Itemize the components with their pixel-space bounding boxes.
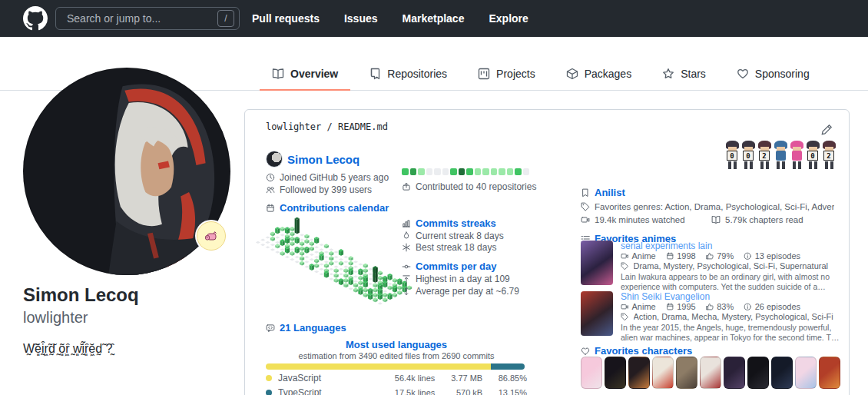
- heart-icon: [737, 68, 749, 80]
- video-camera-icon: [581, 215, 590, 224]
- character-avatar: [581, 357, 602, 389]
- profile-name: Simon Lecoq: [23, 284, 139, 306]
- tab-projects[interactable]: Projects: [465, 58, 548, 91]
- tab-packages[interactable]: Packages: [554, 58, 644, 91]
- project-icon: [478, 68, 490, 80]
- search-box[interactable]: /: [55, 7, 240, 30]
- video-icon-item: Anime: [621, 251, 656, 261]
- sprite-number-sign: 2: [823, 151, 834, 161]
- search-input[interactable]: [65, 12, 217, 25]
- tab-stars[interactable]: Stars: [650, 58, 718, 91]
- favorites-characters-link[interactable]: Favorites characters: [595, 345, 692, 357]
- status-emoji-badge[interactable]: [197, 221, 226, 251]
- github-logo-icon[interactable]: [23, 6, 48, 31]
- sprite-legs: [825, 161, 833, 169]
- sprite-body: [776, 151, 786, 161]
- edit-readme-pencil-icon[interactable]: [821, 124, 833, 138]
- contribution-square: [482, 168, 489, 175]
- anime-score: 79%: [717, 251, 734, 261]
- breadcrumb-file[interactable]: README.md: [338, 121, 388, 132]
- anime-episodes: 26 episodes: [755, 302, 800, 311]
- character-avatar: [724, 357, 745, 389]
- contribution-square: [418, 168, 425, 175]
- anime-title[interactable]: serial experiments lain: [621, 241, 843, 251]
- sprite-number-sign: 2: [759, 151, 770, 161]
- best-streak-row: Best streak 18 days: [402, 242, 496, 253]
- language-lines: 56.4k lines: [363, 373, 436, 383]
- contribution-square: [450, 168, 457, 175]
- contribution-squares: [402, 168, 529, 175]
- package-icon: [566, 68, 578, 80]
- language-size: 3.77 MB: [435, 373, 482, 383]
- tab-label: Stars: [681, 68, 706, 80]
- character-avatar: [628, 357, 650, 389]
- tab-sponsoring[interactable]: Sponsoring: [724, 58, 822, 91]
- anime-score: 83%: [717, 302, 734, 311]
- favorites-characters-header: Favorites characters: [581, 345, 692, 357]
- anime-episodes: 13 episodes: [755, 251, 800, 261]
- slash-key-hint: /: [217, 10, 234, 27]
- calendar-icon-item: 1998: [666, 251, 696, 261]
- nav-link-issues[interactable]: Issues: [344, 12, 378, 25]
- calendar-icon-item: 1995: [666, 302, 696, 311]
- language-color-dot: [266, 375, 272, 381]
- contribution-square: [491, 168, 498, 175]
- tab-label: Packages: [585, 68, 631, 80]
- anime-entry-text: serial experiments lainAnime199879%13 ep…: [621, 241, 843, 292]
- tab-repositories[interactable]: Repositories: [356, 58, 459, 91]
- language-percent: 86.85%: [482, 373, 527, 383]
- tab-label: Sponsoring: [755, 68, 810, 80]
- video-icon: [621, 252, 629, 261]
- nav-link-marketplace[interactable]: Marketplace: [403, 12, 465, 25]
- anime-entry: Shin Seiki EvangelionAnime199583%26 epis…: [581, 291, 846, 343]
- sprite-number-sign: 0: [743, 151, 754, 161]
- commits-per-day-link[interactable]: Commits per day: [416, 261, 496, 272]
- readme-user-link[interactable]: Simon Lecoq: [287, 153, 359, 166]
- profile-bio: W̰̃ĕ͈ḭ̑r͖̃d̰̆ ̰õ͈ȓ͖ ̰w͈̆ḭ̃ȓ͈ĕ͖d̰̃…: [23, 341, 230, 357]
- readme-card: lowlighter / README.md Simon Lecoq Joine…: [244, 109, 850, 395]
- pixel-character-sprite: [790, 141, 804, 169]
- characters-avatars-row: [581, 357, 840, 389]
- video-icon: [621, 303, 629, 311]
- favorite-genres-row: Favorites genres: Action, Drama, Psychol…: [581, 202, 834, 211]
- nav-link-pull-requests[interactable]: Pull requests: [252, 12, 320, 25]
- followers-row: Followed by 399 users: [266, 184, 372, 195]
- commits-streaks-link[interactable]: Commits streaks: [416, 217, 496, 229]
- profile-username: lowlighter: [23, 309, 88, 327]
- commit-icon: [402, 262, 411, 271]
- anime-description: Lain Iwakura appears to be an ordinary g…: [621, 272, 843, 292]
- anime-title[interactable]: Shin Seiki Evangelion: [621, 291, 843, 302]
- anime-genres: Drama, Mystery, Psychological, Sci-Fi, S…: [634, 261, 829, 271]
- nav-link-explore[interactable]: Explore: [489, 12, 528, 25]
- sprite-legs: [728, 161, 737, 169]
- languages-estimation: estimation from 3490 edited files from 2…: [266, 351, 527, 360]
- anime-genres-row: Action, Drama, Mecha, Mystery, Psycholog…: [621, 312, 843, 321]
- language-row: TypeScript17.5k lines570 kB13.15%: [266, 387, 527, 395]
- anilist-link[interactable]: Anilist: [595, 187, 625, 198]
- language-percent: 13.15%: [482, 388, 527, 395]
- pixel-character-sprite: 0: [806, 141, 820, 169]
- tab-overview[interactable]: Overview: [260, 58, 350, 91]
- anime-meta-row: Anime199879%13 episodes: [621, 251, 843, 261]
- tag-icon: [581, 202, 590, 211]
- character-avatar: [700, 357, 721, 389]
- character-avatar: [795, 357, 817, 389]
- pixel-characters-row: 00202: [725, 141, 837, 169]
- character-avatar: [652, 357, 674, 389]
- language-color-dot: [266, 390, 272, 395]
- heart-icon: [581, 347, 590, 356]
- profile-tabs: OverviewRepositoriesProjectsPackagesStar…: [260, 58, 822, 91]
- languages-link[interactable]: 21 Languages: [280, 322, 346, 334]
- anime-year: 1995: [677, 302, 695, 311]
- tab-label: Overview: [290, 68, 338, 80]
- anime-year: 1998: [677, 251, 695, 261]
- contribution-square: [507, 168, 514, 175]
- chapters-read-row: 5.79k chapters read: [711, 215, 803, 224]
- character-avatar: [605, 357, 626, 389]
- thumb-icon: [706, 303, 714, 311]
- sprite-number-sign: 0: [727, 151, 737, 161]
- language-row: JavaScript56.4k lines3.77 MB86.85%: [266, 373, 527, 383]
- character-avatar: [747, 357, 769, 389]
- commits-per-day-header: Commits per day: [402, 261, 496, 272]
- character-avatar: [819, 357, 840, 389]
